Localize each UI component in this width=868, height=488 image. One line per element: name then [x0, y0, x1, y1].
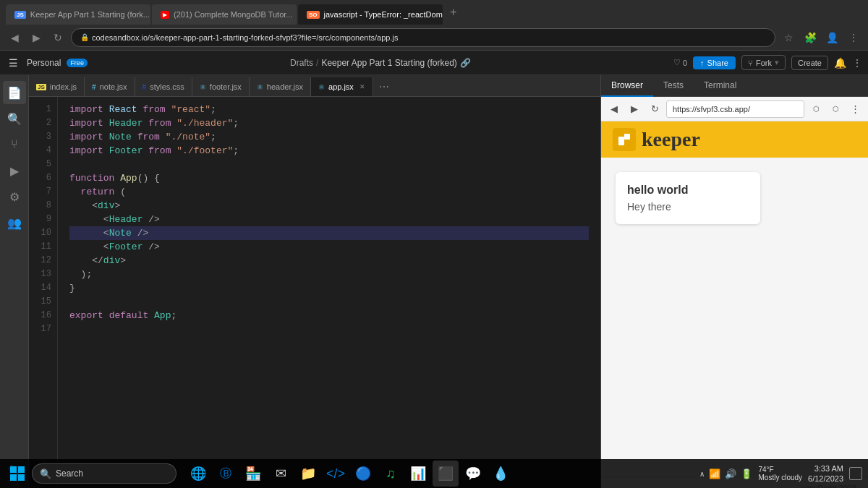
- keeper-logo: [613, 128, 636, 151]
- git-icon[interactable]: ⑂: [3, 133, 26, 156]
- share-button[interactable]: ↑ Share: [693, 56, 736, 69]
- editor-panel: JS index.js # note.jsx # styles.css ⚛ fo…: [29, 75, 600, 488]
- code-line-17: [69, 322, 589, 336]
- tests-tab-panel[interactable]: Tests: [653, 75, 694, 97]
- workspace-label: Personal: [27, 58, 61, 68]
- browser-tab-3[interactable]: SO javascript - TypeError: _reactDom... …: [298, 4, 443, 25]
- tray-up-arrow[interactable]: ∧: [699, 470, 705, 478]
- keeper-note-card: hello world Hey there: [616, 172, 760, 224]
- topbar-actions: ♡ 0 ↑ Share ⑂ Fork ▾ Create 🔔 ⋮: [673, 55, 862, 70]
- browser-tab-2[interactable]: ▶ (201) Complete MongoDB Tutor...: [152, 4, 297, 25]
- file-tab-app[interactable]: ⚛ app.jsx ✕: [311, 77, 373, 96]
- windows-taskbar: 🔍 Search 🌐 Ⓑ 🏪 ✉ 📁 </> 🔵 ♫ 📊 ⬛ 💬 💧 ∧ 📶 🔊…: [0, 459, 868, 488]
- code-line-15: [69, 295, 589, 309]
- bookmark-icon[interactable]: ☆: [780, 29, 797, 46]
- weather-info: 74°F Mostly cloudy: [758, 466, 802, 481]
- taskbar-app-whatsapp[interactable]: 💬: [460, 461, 486, 487]
- file-tab-index[interactable]: JS index.js: [29, 77, 85, 96]
- taskbar-app-store[interactable]: 🏪: [240, 461, 266, 487]
- browser-nav-bar: ◀ ▶ ↻ 🔒 codesandbox.io/s/keeper-app-part…: [0, 25, 868, 51]
- browser-open-new-icon[interactable]: ⬡: [807, 100, 825, 118]
- profile-icon[interactable]: 👤: [823, 29, 841, 46]
- browser-panel-tabs: Browser Tests Terminal: [601, 75, 868, 97]
- code-line-5: [69, 158, 589, 171]
- heart-button[interactable]: ♡ 0: [673, 58, 687, 67]
- line-numbers: 12345 678910 1112131415 1617: [29, 97, 58, 488]
- search-icon[interactable]: 🔍: [3, 107, 26, 130]
- settings-icon[interactable]: ⋮: [845, 29, 862, 46]
- notification-panel-button[interactable]: [849, 467, 862, 480]
- run-icon[interactable]: ▶: [3, 159, 26, 182]
- file-tab-header[interactable]: ⚛ header.jsx: [250, 77, 311, 96]
- more-options-button[interactable]: ⋮: [852, 57, 862, 69]
- refresh-button[interactable]: ↻: [49, 29, 67, 46]
- terminal-tab-panel[interactable]: Terminal: [694, 75, 746, 97]
- code-line-12: </div>: [69, 254, 589, 267]
- app-topbar: ☰ Personal Free Drafts / Keeper App Part…: [0, 51, 868, 75]
- file-tab-note[interactable]: # note.jsx: [85, 77, 135, 96]
- back-button[interactable]: ◀: [6, 29, 23, 46]
- extensions-icon[interactable]: 🧩: [801, 29, 819, 46]
- taskbar-app-explorer[interactable]: 📁: [295, 461, 321, 487]
- browser-more-icon[interactable]: ⋮: [846, 100, 864, 118]
- file-tab-footer[interactable]: ⚛ footer.jsx: [192, 77, 250, 96]
- browser-tab-1[interactable]: JS Keeper App Part 1 Starting (fork...: [6, 4, 150, 25]
- keeper-app-title: keeper: [642, 128, 700, 151]
- browser-panel: Browser Tests Terminal ◀ ▶ ↻ https://sfv…: [600, 75, 868, 488]
- people-icon[interactable]: 👥: [3, 211, 26, 234]
- system-tray: ∧ 📶 🔊 🔋: [699, 468, 752, 479]
- keeper-note-title: hello world: [627, 184, 749, 197]
- browser-tab-panel[interactable]: Browser: [601, 75, 653, 97]
- file-tabs-more-button[interactable]: ⋯: [373, 77, 395, 96]
- taskbar-app-chrome[interactable]: 🔵: [350, 461, 376, 487]
- address-bar[interactable]: 🔒 codesandbox.io/s/keeper-app-part-1-sta…: [71, 28, 775, 47]
- forward-button[interactable]: ▶: [27, 29, 45, 46]
- code-line-2: import Header from "./header";: [69, 116, 589, 130]
- notifications-button[interactable]: 🔔: [834, 57, 846, 69]
- volume-icon[interactable]: 🔊: [725, 468, 736, 479]
- taskbar-app-misc2[interactable]: 💧: [488, 461, 514, 487]
- taskbar-search[interactable]: 🔍 Search: [32, 463, 176, 484]
- taskbar-app-terminal[interactable]: ⬛: [433, 461, 459, 487]
- taskbar-app-cortana[interactable]: Ⓑ: [213, 461, 239, 487]
- code-line-6: function App() {: [69, 171, 589, 185]
- keeper-app-preview: keeper hello world Hey there copyRight 2…: [601, 121, 868, 488]
- code-line-3: import Note from "./note";: [69, 130, 589, 144]
- browser-forward-button[interactable]: ▶: [626, 100, 643, 118]
- file-tabs: JS index.js # note.jsx # styles.css ⚛ fo…: [29, 75, 600, 97]
- new-tab-button[interactable]: +: [444, 6, 462, 19]
- taskbar-apps: 🌐 Ⓑ 🏪 ✉ 📁 </> 🔵 ♫ 📊 ⬛ 💬 💧: [185, 461, 514, 487]
- taskbar-app-mail[interactable]: ✉: [268, 461, 294, 487]
- taskbar-right: ∧ 📶 🔊 🔋 74°F Mostly cloudy 3:33 AM 6/12/…: [699, 463, 862, 484]
- code-line-13: );: [69, 267, 589, 281]
- start-button[interactable]: [6, 462, 29, 485]
- project-path: Drafts / Keeper App Part 1 Starting (for…: [93, 58, 668, 68]
- browser-refresh-button[interactable]: ↻: [646, 100, 663, 118]
- code-editor[interactable]: import React from "react"; import Header…: [58, 97, 600, 488]
- create-button[interactable]: Create: [791, 56, 828, 70]
- taskbar-app-spotify[interactable]: ♫: [378, 461, 404, 487]
- fork-button[interactable]: ⑂ Fork ▾: [741, 55, 786, 70]
- browser-address-bar[interactable]: https://sfvpf3.csb.app/: [666, 100, 804, 118]
- wifi-icon: 📶: [709, 468, 720, 479]
- taskbar-app-misc1[interactable]: 📊: [405, 461, 431, 487]
- svg-rect-0: [618, 137, 624, 145]
- taskbar-clock[interactable]: 3:33 AM 6/12/2023: [808, 463, 843, 484]
- settings2-icon[interactable]: ⚙: [3, 185, 26, 208]
- browser-nav-icons: ⬡ ⬡ ⋮: [807, 100, 864, 118]
- code-line-4: import Footer from "./footer";: [69, 144, 589, 158]
- taskbar-app-vscode[interactable]: </>: [323, 461, 349, 487]
- hamburger-menu[interactable]: ☰: [6, 54, 21, 72]
- file-tab-styles[interactable]: # styles.css: [135, 77, 192, 96]
- code-line-11: <Footer />: [69, 240, 589, 254]
- keeper-app-header: keeper: [601, 121, 868, 158]
- keeper-app-body: hello world Hey there: [601, 158, 868, 302]
- code-line-10: <Note />: [69, 226, 589, 240]
- browser-back-button[interactable]: ◀: [605, 100, 623, 118]
- file-tab-close-icon[interactable]: ✕: [359, 83, 365, 90]
- browser-copy-icon[interactable]: ⬡: [827, 100, 844, 118]
- free-badge: Free: [67, 59, 88, 67]
- taskbar-app-edge[interactable]: 🌐: [185, 461, 211, 487]
- files-icon[interactable]: 📄: [3, 81, 26, 104]
- code-line-14: }: [69, 281, 589, 295]
